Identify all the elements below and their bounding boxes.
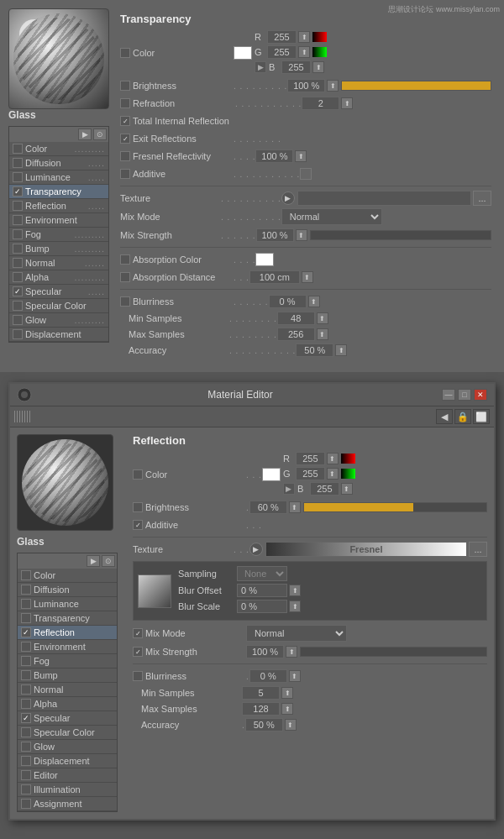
modal-mix-strength-checkbox[interactable]: ✓ [133,647,143,657]
modal-min-samples-input[interactable] [242,686,280,700]
sidebar-item-color[interactable]: Color ......... [9,142,108,156]
modal-nav-check-assignment[interactable] [21,799,31,809]
modal-r-input[interactable] [296,452,325,465]
modal-nav-check-illumination[interactable] [21,784,31,794]
modal-g-input[interactable] [296,467,325,480]
blur-offset-spinner[interactable]: ⬆ [289,585,301,596]
modal-sidebar-item-assignment[interactable]: Assignment [18,797,117,811]
sidebar-item-fog[interactable]: Fog ......... [9,228,108,242]
modal-sidebar-item-diffusion[interactable]: Diffusion [18,583,117,597]
sidebar-item-reflection[interactable]: Reflection ..... [9,199,108,213]
modal-sidebar-item-displacement[interactable]: Displacement [18,754,117,768]
maximize-button[interactable]: □ [458,389,471,401]
modal-nav-check-bump[interactable] [21,670,31,680]
modal-nav-check-transparency[interactable] [21,613,31,623]
blur-offset-input[interactable] [237,584,287,597]
modal-brightness-spinner[interactable]: ⬆ [289,501,301,513]
refraction-checkbox[interactable] [120,98,130,108]
refraction-spinner[interactable]: ⬆ [341,97,353,109]
sidebar-item-transparency[interactable]: ✓ Transparency [9,185,108,199]
nav-check-alpha[interactable] [13,272,23,282]
modal-nav-check-environment[interactable] [21,642,31,652]
brightness-checkbox[interactable] [120,81,130,91]
modal-mix-strength-input[interactable] [246,645,284,658]
modal-nav-check-reflection[interactable]: ✓ [21,627,31,637]
brightness-bar[interactable] [341,81,491,91]
absorption-color-swatch[interactable] [255,253,274,266]
modal-texture-circle-button[interactable]: ▶ [249,543,263,556]
sampling-dropdown[interactable]: None [237,566,287,581]
modal-blurriness-input[interactable] [249,669,287,683]
b-input[interactable] [281,60,311,74]
texture-bar[interactable] [297,191,471,206]
minimize-button[interactable]: — [442,389,455,401]
sidebar-item-environment[interactable]: Environment [9,213,108,228]
modal-nav-check-specular[interactable]: ✓ [21,713,31,723]
r-input[interactable] [267,30,297,44]
modal-brightness-bar[interactable] [303,502,487,512]
modal-color-checkbox[interactable] [133,469,143,480]
max-samples-input[interactable] [277,328,315,341]
sidebar-item-glow[interactable]: Glow ......... [9,313,108,328]
nav-check-normal[interactable] [13,258,23,268]
mix-strength-input[interactable] [256,228,294,242]
g-spinner[interactable]: ⬆ [298,46,310,58]
modal-sidebar-item-luminance[interactable]: Luminance [18,597,117,611]
sidebar-item-normal[interactable]: Normal ...... [9,256,108,270]
modal-nav-check-editor[interactable] [21,770,31,780]
color-checkbox[interactable] [120,48,130,58]
nav-check-reflection[interactable] [13,201,23,211]
exit-reflections-checkbox[interactable]: ✓ [120,134,130,144]
modal-hex-toggle[interactable]: ▶ [283,483,295,495]
modal-nav-check-luminance[interactable] [21,599,31,609]
modal-sidebar-item-normal[interactable]: Normal [18,683,117,697]
nav-arrow-up[interactable]: ▶ [78,128,92,140]
modal-nav-check-alpha[interactable] [21,699,31,709]
mix-strength-bar[interactable] [310,230,491,240]
modal-texture-ellipsis-button[interactable]: ... [469,542,487,557]
modal-nav-check-fog[interactable] [21,656,31,666]
g-input[interactable] [267,45,297,59]
nav-check-luminance[interactable] [13,172,23,182]
mix-strength-spinner[interactable]: ⬆ [296,229,307,241]
sidebar-item-bump[interactable]: Bump ......... [9,242,108,256]
r-bar[interactable] [312,32,327,42]
modal-sidebar-item-fog[interactable]: Fog [18,654,117,669]
modal-b-spinner[interactable]: ⬆ [341,483,353,495]
modal-g-bar[interactable] [341,469,355,479]
nav-check-transparency[interactable]: ✓ [13,186,23,197]
sidebar-item-specular-color[interactable]: Specular Color [9,299,108,313]
modal-sidebar-item-transparency[interactable]: Transparency [18,611,117,626]
max-samples-spinner[interactable]: ⬆ [317,328,328,340]
sidebar-item-diffusion[interactable]: Diffusion ..... [9,156,108,170]
mix-mode-dropdown[interactable]: Normal [281,208,382,225]
sidebar-item-displacement[interactable]: Displacement [9,328,108,342]
modal-color-swatch[interactable] [262,468,281,481]
nav-check-displacement[interactable] [13,329,23,339]
nav-check-glow[interactable] [13,315,23,325]
brightness-spinner[interactable]: ⬆ [327,80,339,92]
modal-sidebar-item-bump[interactable]: Bump [18,669,117,683]
absorption-distance-input[interactable] [249,270,300,284]
nav-check-bump[interactable] [13,244,23,254]
blur-scale-input[interactable] [237,600,287,613]
nav-check-environment[interactable] [13,215,23,225]
absorption-color-checkbox[interactable] [120,254,130,265]
refraction-input[interactable] [302,97,339,110]
modal-sidebar-item-specular[interactable]: ✓ Specular [18,711,117,726]
modal-additive-checkbox[interactable]: ✓ [133,520,143,530]
modal-g-spinner[interactable]: ⬆ [327,468,339,480]
nav-check-specular-color[interactable] [13,301,23,311]
absorption-distance-spinner[interactable]: ⬆ [302,271,313,283]
b-spinner[interactable]: ⬆ [312,61,324,73]
fresnel-reflectivity-input[interactable] [255,149,293,163]
blurriness-checkbox[interactable] [120,296,130,307]
toolbar-back-arrow[interactable]: ◀ [436,409,453,424]
sidebar-item-alpha[interactable]: Alpha ......... [9,270,108,285]
modal-max-samples-input[interactable] [242,702,280,716]
modal-r-bar[interactable] [341,454,355,464]
modal-r-spinner[interactable]: ⬆ [327,453,339,464]
modal-mix-strength-bar[interactable] [300,647,487,657]
blurriness-input[interactable] [269,295,307,308]
modal-b-input[interactable] [310,482,339,496]
